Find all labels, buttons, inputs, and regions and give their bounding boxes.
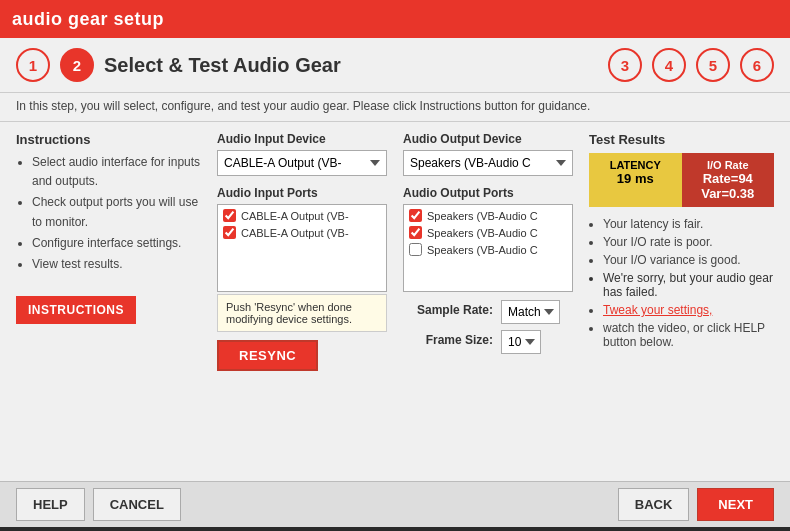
test-results-list: Your latency is fair. Your I/O rate is p… [589,217,774,349]
resync-btn-area: RESYNC [217,336,387,371]
output-port-item-1: Speakers (VB-Audio C [404,207,572,224]
audio-input-ports-col: Audio Input Ports CABLE-A Output (VB- CA… [217,186,387,371]
output-port-label-1: Speakers (VB-Audio C [427,210,538,222]
audio-output-ports-list[interactable]: Speakers (VB-Audio C Speakers (VB-Audio … [403,204,573,292]
step-3-circle[interactable]: 3 [608,48,642,82]
frame-size-select[interactable]: 10 [501,330,541,354]
footer-right: BACK NEXT [618,488,774,521]
resync-tooltip: Push 'Resync' when done modifying device… [217,294,387,332]
main-content: Instructions Select audio interface for … [0,122,790,481]
instruction-item-4: View test results. [32,255,201,274]
io-var-value: Var=0.38 [690,186,767,201]
step-1-circle[interactable]: 1 [16,48,50,82]
frame-size-label: Frame Size: [403,333,493,347]
audio-output-ports-col: Audio Output Ports Speakers (VB-Audio C … [403,186,573,371]
io-rate-value: Rate=94 [690,171,767,186]
input-port-checkbox-1[interactable] [223,209,236,222]
io-cell: I/O Rate Rate=94 Var=0.38 [682,153,775,207]
sample-frame: Sample Rate: Match Frame Size: 10 [403,300,573,354]
test-results-heading: Test Results [589,132,774,147]
audio-output-device-select[interactable]: Speakers (VB-Audio C [403,150,573,176]
output-port-checkbox-1[interactable] [409,209,422,222]
footer-left: HELP CANCEL [16,488,181,521]
test-panel: Test Results LATENCY 19 ms I/O Rate Rate… [589,132,774,471]
io-label: I/O Rate [690,159,767,171]
latency-value: 19 ms [597,171,674,186]
audio-input-device-select[interactable]: CABLE-A Output (VB- [217,150,387,176]
instructions-button[interactable]: INSTRUCTIONS [16,296,136,324]
ports-section: Audio Input Ports CABLE-A Output (VB- CA… [217,186,573,371]
instructions-heading: Instructions [16,132,201,147]
top-bar: audio gear setup [0,0,790,38]
input-port-item-1: CABLE-A Output (VB- [218,207,386,224]
instruction-text: In this step, you will select, configure… [0,93,790,122]
latency-cell: LATENCY 19 ms [589,153,682,207]
back-button[interactable]: BACK [618,488,690,521]
sample-rate-label: Sample Rate: [403,303,493,317]
audio-input-device-label: Audio Input Device [217,132,387,146]
test-result-5: Tweak your settings, [603,303,774,317]
output-port-checkbox-2[interactable] [409,226,422,239]
latency-box: LATENCY 19 ms I/O Rate Rate=94 Var=0.38 [589,153,774,207]
audio-input-device-col: Audio Input Device CABLE-A Output (VB- [217,132,387,176]
output-port-label-2: Speakers (VB-Audio C [427,227,538,239]
test-result-4: We're sorry, but your audio gear has fai… [603,271,774,299]
cancel-button[interactable]: CANCEL [93,488,181,521]
resync-button[interactable]: RESYNC [217,340,318,371]
step-6-circle[interactable]: 6 [740,48,774,82]
step-title: Select & Test Audio Gear [104,54,598,77]
instructions-list: Select audio interface for inputs and ou… [16,153,201,274]
step-5-circle[interactable]: 5 [696,48,730,82]
instruction-item-1: Select audio interface for inputs and ou… [32,153,201,191]
output-port-checkbox-3[interactable] [409,243,422,256]
input-port-label-1: CABLE-A Output (VB- [241,210,349,222]
app-title: audio gear setup [12,9,164,30]
device-panel: Audio Input Device CABLE-A Output (VB- A… [217,132,573,471]
instructions-panel: Instructions Select audio interface for … [16,132,201,471]
test-result-3: Your I/O variance is good. [603,253,774,267]
audio-output-ports-label: Audio Output Ports [403,186,573,200]
latency-label: LATENCY [597,159,674,171]
audio-output-device-label: Audio Output Device [403,132,573,146]
audio-output-device-col: Audio Output Device Speakers (VB-Audio C [403,132,573,176]
step-2-circle[interactable]: 2 [60,48,94,82]
footer: HELP CANCEL BACK NEXT [0,481,790,527]
output-port-item-2: Speakers (VB-Audio C [404,224,572,241]
instruction-item-2: Check output ports you will use to monit… [32,193,201,231]
device-selects-row: Audio Input Device CABLE-A Output (VB- A… [217,132,573,176]
step-4-circle[interactable]: 4 [652,48,686,82]
output-port-label-3: Speakers (VB-Audio C [427,244,538,256]
input-port-item-2: CABLE-A Output (VB- [218,224,386,241]
test-result-6: watch the video, or click HELP button be… [603,321,774,349]
input-port-checkbox-2[interactable] [223,226,236,239]
next-button[interactable]: NEXT [697,488,774,521]
sample-rate-row: Sample Rate: Match [403,300,573,324]
audio-input-ports-label: Audio Input Ports [217,186,387,200]
instruction-item-3: Configure interface settings. [32,234,201,253]
help-button[interactable]: HELP [16,488,85,521]
sample-rate-select[interactable]: Match [501,300,560,324]
output-port-item-3: Speakers (VB-Audio C [404,241,572,258]
frame-size-row: Frame Size: 10 [403,330,573,354]
step-header: 1 2 Select & Test Audio Gear 3 4 5 6 [0,38,790,93]
test-result-1: Your latency is fair. [603,217,774,231]
test-result-2: Your I/O rate is poor. [603,235,774,249]
tweak-settings-link[interactable]: Tweak your settings, [603,303,712,317]
input-port-label-2: CABLE-A Output (VB- [241,227,349,239]
audio-input-ports-list[interactable]: CABLE-A Output (VB- CABLE-A Output (VB- [217,204,387,292]
